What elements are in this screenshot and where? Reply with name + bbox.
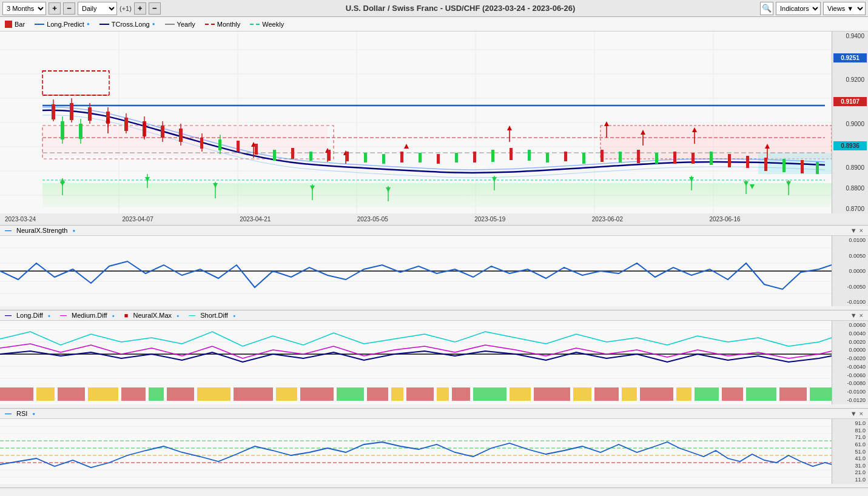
long-diff-dot: ● (48, 313, 50, 318)
svg-rect-81 (437, 154, 440, 164)
neuralx-dot: ● (72, 228, 75, 233)
period-decrease-btn[interactable]: − (63, 2, 75, 15)
multi-close-btn[interactable]: × (860, 312, 863, 319)
long-predict-dot: ● (87, 21, 90, 27)
yearly-line (165, 24, 175, 25)
period-select[interactable]: 3 Months 1 Month 6 Months (2, 2, 46, 15)
long-diff-line-icon: — (5, 312, 12, 319)
svg-rect-117 (197, 387, 230, 401)
short-diff-label: Short.Diff (200, 312, 228, 319)
rsi-collapse-btn[interactable]: ▼ (850, 410, 857, 417)
y-label-n0100: -0.0100 (832, 389, 866, 395)
svg-rect-85 (510, 148, 513, 160)
svg-rect-127 (473, 387, 506, 401)
svg-rect-130 (573, 387, 591, 401)
svg-rect-101 (801, 160, 804, 173)
svg-rect-102 (816, 162, 819, 174)
rsi-close-btn[interactable]: × (860, 410, 863, 417)
price-label-8700: 0.8700 (833, 206, 867, 212)
neuralx-max-dot: ● (177, 313, 179, 318)
svg-rect-87 (546, 153, 549, 163)
svg-rect-90 (601, 150, 604, 162)
svg-rect-89 (582, 153, 585, 164)
rsi-svg (0, 419, 832, 484)
svg-rect-120 (300, 387, 334, 401)
period-increase-btn[interactable]: + (49, 2, 61, 15)
svg-rect-95 (691, 153, 695, 164)
svg-rect-94 (673, 152, 676, 164)
search-button[interactable]: 🔍 (760, 2, 773, 15)
svg-rect-138 (779, 387, 807, 401)
svg-rect-123 (391, 387, 403, 401)
svg-rect-132 (622, 387, 637, 401)
neuralx-collapse-btn[interactable]: ▼ (850, 227, 857, 234)
short-diff-line-icon: — (189, 312, 195, 319)
y-label-multi-0000: 0.0000 (832, 347, 866, 353)
rsi-y-91: 91.0 (832, 420, 866, 426)
svg-rect-83 (473, 152, 476, 163)
legend-tcross-long: TCross.Long ● (99, 21, 155, 28)
svg-rect-134 (676, 387, 691, 401)
svg-rect-76 (346, 152, 349, 161)
increment-increase-btn[interactable]: + (134, 2, 146, 15)
legend-monthly-label: Monthly (217, 21, 241, 28)
date-axis: 2023-03-24 2023-04-07 2023-04-21 2023-05… (0, 213, 868, 226)
long-diff-label: Long.Diff (16, 312, 43, 319)
rsi-y-51: 51.0 (832, 449, 866, 455)
neuralx-strength-chart: — NeuralX.Strength ● ▼ × 0.0100 0.0050 0… (0, 226, 868, 310)
neuralx-y-axis: 0.0100 0.0050 0.0000 -0.0050 -0.0100 (832, 236, 868, 306)
y-label-n0120: -0.0120 (832, 397, 866, 403)
rsi-controls: ▼ × (850, 410, 863, 417)
tcross-long-line (99, 24, 109, 25)
svg-rect-99 (764, 158, 767, 171)
svg-rect-129 (534, 387, 570, 401)
rsi-title: RSI (16, 410, 27, 417)
main-chart-svg (0, 32, 832, 213)
svg-rect-121 (337, 387, 364, 401)
date-label-0324: 2023-03-24 (5, 216, 36, 223)
rsi-y-11: 11.0 (832, 477, 866, 483)
y-label-0040: 0.0040 (832, 330, 866, 337)
y-label-0020: 0.0020 (832, 339, 866, 345)
svg-rect-119 (276, 387, 297, 401)
svg-rect-78 (382, 154, 385, 164)
rsi-dot: ● (32, 411, 35, 417)
multi-indicator-svg (0, 321, 832, 404)
svg-rect-115 (149, 387, 164, 401)
rsi-header: — RSI ● ▼ × (0, 409, 868, 419)
y-label-n0050: -0.0050 (832, 284, 866, 290)
legend-long-predict-label: Long.Predict (47, 21, 84, 28)
monthly-line (205, 24, 215, 25)
svg-rect-77 (364, 153, 367, 163)
svg-rect-113 (88, 387, 118, 401)
price-label-9200: 0.9200 (833, 76, 867, 83)
weekly-line (250, 24, 260, 25)
neuralx-max-box-icon: ■ (124, 312, 129, 319)
svg-rect-86 (528, 150, 531, 161)
multi-collapse-btn[interactable]: ▼ (850, 312, 857, 319)
svg-rect-71 (255, 144, 258, 155)
rsi-chart: — RSI ● ▼ × 91.0 (0, 409, 868, 488)
views-select[interactable]: Views ▼ (823, 2, 866, 15)
increment-decrease-btn[interactable]: − (149, 2, 161, 15)
chart-title: U.S. Dollar / Swiss Franc - USD/CHF (202… (163, 4, 758, 13)
date-label-0519: 2023-05-19 (474, 216, 505, 223)
date-label-0407: 2023-04-07 (123, 216, 153, 223)
date-label-0616: 2023-06-16 (709, 216, 740, 223)
price-label-8800: 0.8800 (833, 185, 867, 192)
svg-rect-84 (491, 150, 494, 162)
svg-rect-128 (510, 387, 531, 401)
main-chart: 0.9400 0.9251 0.9200 0.9107 0.9000 0.893… (0, 32, 868, 213)
svg-rect-98 (746, 156, 749, 168)
svg-rect-91 (619, 152, 622, 163)
y-label-0100: 0.0100 (832, 237, 866, 243)
neuralx-close-btn[interactable]: × (860, 227, 863, 234)
indicators-select[interactable]: Indicators (776, 2, 821, 15)
short-diff-dot: ● (233, 313, 235, 318)
y-label-0060: 0.0060 (832, 322, 866, 328)
svg-rect-93 (655, 153, 658, 164)
svg-rect-125 (437, 387, 449, 401)
y-label-n0060: -0.0060 (832, 372, 866, 378)
svg-rect-80 (419, 153, 422, 163)
interval-select[interactable]: Daily Weekly Monthly (78, 2, 117, 15)
